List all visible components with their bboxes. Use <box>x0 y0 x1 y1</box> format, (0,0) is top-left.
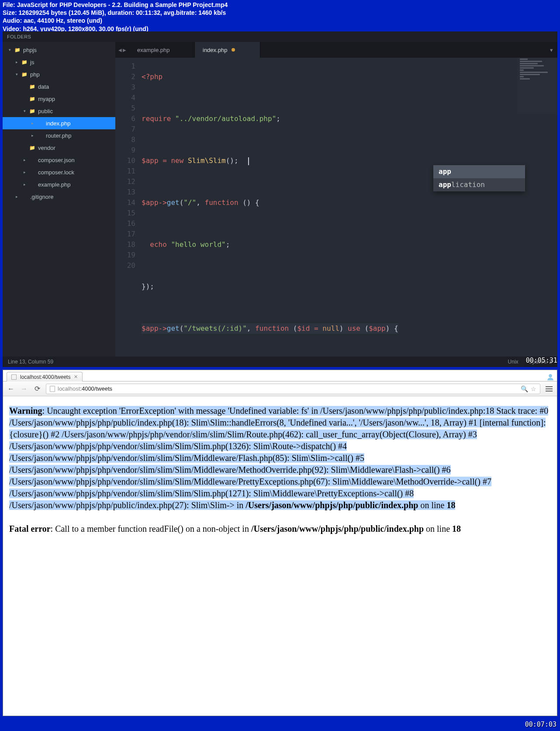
sidebar-header: FOLDERS <box>3 31 557 42</box>
tab-bar: ◀ ▶ example.php index.php ▾ <box>115 42 557 58</box>
tab-overflow-button[interactable]: ▾ <box>545 42 557 58</box>
page-content[interactable]: Warning: Uncaught exception 'ErrorExcept… <box>3 396 557 716</box>
video-timestamp-bottom: 00:07:03 <box>525 721 557 728</box>
folder-icon: 📁 <box>29 145 35 151</box>
text-cursor <box>248 157 249 165</box>
tree-folder-phpjs[interactable]: ▾📁phpjs <box>3 44 115 56</box>
browser-window: localhost:4000/tweets ✕ ← → ⟳ localhost:… <box>3 370 557 716</box>
forward-button[interactable]: → <box>20 385 28 393</box>
reload-button[interactable]: ⟳ <box>33 385 41 393</box>
tree-folder-myapp[interactable]: ▸📁myapp <box>3 93 115 105</box>
page-icon <box>11 374 17 380</box>
folder-icon: 📁 <box>29 108 35 114</box>
fatal-label: Fatal error <box>9 524 51 534</box>
status-cursor-pos: Line 13, Column 59 <box>8 359 53 365</box>
tree-folder-js[interactable]: ▸📁js <box>3 56 115 68</box>
tree-file-composer-json[interactable]: ▸·composer.json <box>3 154 115 166</box>
tree-file-composer-lock[interactable]: ▸·composer.lock <box>3 166 115 178</box>
close-tab-icon[interactable]: ✕ <box>74 374 78 380</box>
tab-history-nav[interactable]: ◀ ▶ <box>115 42 129 58</box>
svg-point-0 <box>549 374 552 378</box>
fatal-text: : Call to a member function readFile() o… <box>51 524 251 534</box>
user-avatar-icon[interactable] <box>546 373 554 381</box>
tree-file-router[interactable]: ▸·router.php <box>3 129 115 142</box>
browser-tabstrip: localhost:4000/tweets ✕ <box>3 370 557 381</box>
search-icon[interactable]: 🔍 <box>521 385 528 392</box>
dirty-indicator-icon <box>232 48 235 52</box>
warning-label: Warning <box>9 406 42 416</box>
browser-tab[interactable]: localhost:4000/tweets ✕ <box>7 372 83 381</box>
folder-icon: 📁 <box>14 47 21 53</box>
status-line-endings[interactable]: Unix <box>508 359 519 365</box>
autocomplete-item[interactable]: app <box>433 165 525 178</box>
media-file: File: JavaScript for PHP Developers - 2.… <box>3 1 557 9</box>
tree-folder-public[interactable]: ▾📁public <box>3 105 115 117</box>
browser-toolbar: ← → ⟳ localhost:4000/tweets 🔍 ☆ <box>3 381 557 396</box>
tree-file-gitignore[interactable]: ▸·.gitignore <box>3 191 115 203</box>
file-tree-sidebar[interactable]: ▾📁phpjs ▸📁js ▾📁php ▸📁data ▸📁myapp ▾📁publ… <box>3 42 115 357</box>
tree-folder-data[interactable]: ▸📁data <box>3 80 115 93</box>
page-icon <box>50 386 55 392</box>
folder-icon: 📁 <box>29 84 35 90</box>
minimap[interactable] <box>517 58 557 114</box>
autocomplete-popup[interactable]: app application <box>433 165 525 191</box>
video-timestamp: 00:05:31 <box>526 357 557 364</box>
folder-icon: 📁 <box>29 96 35 102</box>
tab-index[interactable]: index.php <box>195 42 260 58</box>
bookmark-star-icon[interactable]: ☆ <box>531 385 536 392</box>
address-bar[interactable]: localhost:4000/tweets 🔍 ☆ <box>46 384 540 394</box>
folder-icon: 📁 <box>21 72 28 77</box>
code-area[interactable]: 1234567891011121314151617181920 <?php re… <box>115 58 557 357</box>
tree-folder-php[interactable]: ▾📁php <box>3 68 115 80</box>
media-audio: Audio: aac, 44100 Hz, stereo (und) <box>3 17 557 24</box>
line-gutter: 1234567891011121314151617181920 <box>115 58 142 357</box>
tree-folder-vendor[interactable]: ▸📁vendor <box>3 142 115 154</box>
folder-icon: 📁 <box>21 59 28 65</box>
autocomplete-item[interactable]: application <box>433 178 525 191</box>
warning-text: : Uncaught exception 'ErrorException' wi… <box>9 406 548 510</box>
tab-example[interactable]: example.php <box>129 42 195 58</box>
editor-statusbar: Line 13, Column 59 Unix Spaces: 2 <box>3 357 557 367</box>
code-editor-window: FOLDERS ▾📁phpjs ▸📁js ▾📁php ▸📁data ▸📁myap… <box>3 31 557 367</box>
code-content[interactable]: <?php require "../vendor/autoload.php"; … <box>142 58 398 357</box>
back-button[interactable]: ← <box>7 385 15 393</box>
tree-file-example[interactable]: ▸·example.php <box>3 178 115 191</box>
media-info-overlay: File: JavaScript for PHP Developers - 2.… <box>0 0 560 34</box>
media-size: Size: 126299254 bytes (120.45 MiB), dura… <box>3 9 557 17</box>
tree-file-index[interactable]: ▸·index.php <box>3 117 115 129</box>
hamburger-menu-icon[interactable] <box>545 386 553 391</box>
